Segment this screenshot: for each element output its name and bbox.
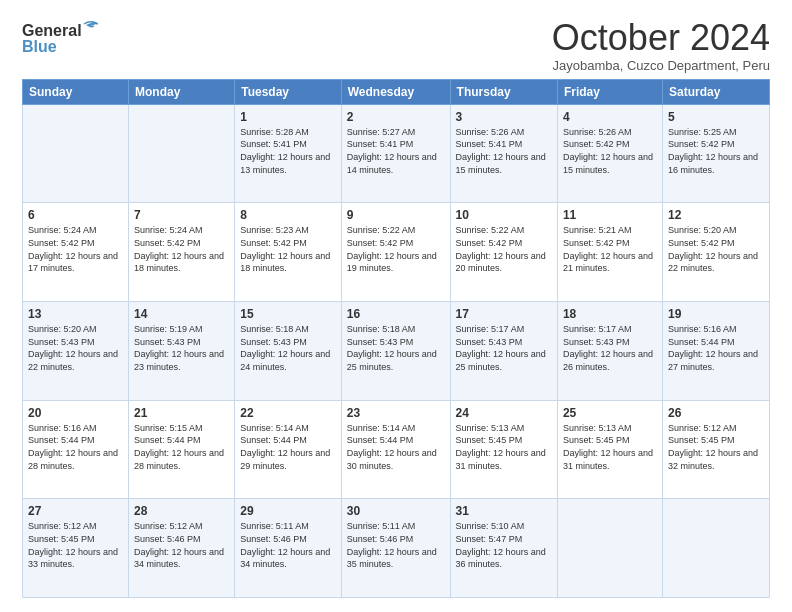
day-number: 14 bbox=[134, 306, 229, 322]
day-info: Sunrise: 5:20 AM Sunset: 5:43 PM Dayligh… bbox=[28, 323, 123, 373]
week-row-5: 27Sunrise: 5:12 AM Sunset: 5:45 PM Dayli… bbox=[23, 499, 770, 598]
calendar-cell: 2Sunrise: 5:27 AM Sunset: 5:41 PM Daylig… bbox=[341, 104, 450, 203]
day-info: Sunrise: 5:25 AM Sunset: 5:42 PM Dayligh… bbox=[668, 126, 764, 176]
week-row-3: 13Sunrise: 5:20 AM Sunset: 5:43 PM Dayli… bbox=[23, 301, 770, 400]
day-number: 9 bbox=[347, 207, 445, 223]
day-number: 29 bbox=[240, 503, 336, 519]
day-number: 17 bbox=[456, 306, 552, 322]
day-info: Sunrise: 5:27 AM Sunset: 5:41 PM Dayligh… bbox=[347, 126, 445, 176]
day-number: 4 bbox=[563, 109, 657, 125]
day-info: Sunrise: 5:19 AM Sunset: 5:43 PM Dayligh… bbox=[134, 323, 229, 373]
logo: General Blue bbox=[22, 18, 112, 60]
calendar-cell: 29Sunrise: 5:11 AM Sunset: 5:46 PM Dayli… bbox=[235, 499, 342, 598]
week-row-4: 20Sunrise: 5:16 AM Sunset: 5:44 PM Dayli… bbox=[23, 400, 770, 499]
day-info: Sunrise: 5:22 AM Sunset: 5:42 PM Dayligh… bbox=[456, 224, 552, 274]
calendar-cell: 25Sunrise: 5:13 AM Sunset: 5:45 PM Dayli… bbox=[557, 400, 662, 499]
day-info: Sunrise: 5:26 AM Sunset: 5:41 PM Dayligh… bbox=[456, 126, 552, 176]
day-info: Sunrise: 5:24 AM Sunset: 5:42 PM Dayligh… bbox=[28, 224, 123, 274]
day-number: 20 bbox=[28, 405, 123, 421]
day-number: 25 bbox=[563, 405, 657, 421]
calendar-cell: 15Sunrise: 5:18 AM Sunset: 5:43 PM Dayli… bbox=[235, 301, 342, 400]
svg-text:Blue: Blue bbox=[22, 38, 57, 55]
calendar-cell: 7Sunrise: 5:24 AM Sunset: 5:42 PM Daylig… bbox=[128, 203, 234, 302]
day-number: 18 bbox=[563, 306, 657, 322]
day-info: Sunrise: 5:18 AM Sunset: 5:43 PM Dayligh… bbox=[240, 323, 336, 373]
location: Jayobamba, Cuzco Department, Peru bbox=[552, 58, 770, 73]
calendar-cell: 11Sunrise: 5:21 AM Sunset: 5:42 PM Dayli… bbox=[557, 203, 662, 302]
day-number: 10 bbox=[456, 207, 552, 223]
day-info: Sunrise: 5:21 AM Sunset: 5:42 PM Dayligh… bbox=[563, 224, 657, 274]
day-info: Sunrise: 5:11 AM Sunset: 5:46 PM Dayligh… bbox=[240, 520, 336, 570]
day-number: 28 bbox=[134, 503, 229, 519]
calendar-cell: 17Sunrise: 5:17 AM Sunset: 5:43 PM Dayli… bbox=[450, 301, 557, 400]
day-header-wednesday: Wednesday bbox=[341, 79, 450, 104]
page: General Blue October 2024 Jayobamba, Cuz… bbox=[0, 0, 792, 612]
calendar-cell: 19Sunrise: 5:16 AM Sunset: 5:44 PM Dayli… bbox=[662, 301, 769, 400]
title-block: October 2024 Jayobamba, Cuzco Department… bbox=[552, 18, 770, 73]
day-number: 15 bbox=[240, 306, 336, 322]
day-number: 5 bbox=[668, 109, 764, 125]
calendar-cell: 24Sunrise: 5:13 AM Sunset: 5:45 PM Dayli… bbox=[450, 400, 557, 499]
calendar-cell: 28Sunrise: 5:12 AM Sunset: 5:46 PM Dayli… bbox=[128, 499, 234, 598]
day-info: Sunrise: 5:13 AM Sunset: 5:45 PM Dayligh… bbox=[456, 422, 552, 472]
day-number: 2 bbox=[347, 109, 445, 125]
day-header-sunday: Sunday bbox=[23, 79, 129, 104]
day-number: 26 bbox=[668, 405, 764, 421]
calendar-cell: 31Sunrise: 5:10 AM Sunset: 5:47 PM Dayli… bbox=[450, 499, 557, 598]
day-info: Sunrise: 5:13 AM Sunset: 5:45 PM Dayligh… bbox=[563, 422, 657, 472]
calendar-cell bbox=[128, 104, 234, 203]
day-header-thursday: Thursday bbox=[450, 79, 557, 104]
week-row-2: 6Sunrise: 5:24 AM Sunset: 5:42 PM Daylig… bbox=[23, 203, 770, 302]
day-info: Sunrise: 5:14 AM Sunset: 5:44 PM Dayligh… bbox=[347, 422, 445, 472]
day-number: 22 bbox=[240, 405, 336, 421]
day-info: Sunrise: 5:17 AM Sunset: 5:43 PM Dayligh… bbox=[456, 323, 552, 373]
calendar-cell: 16Sunrise: 5:18 AM Sunset: 5:43 PM Dayli… bbox=[341, 301, 450, 400]
calendar-cell: 22Sunrise: 5:14 AM Sunset: 5:44 PM Dayli… bbox=[235, 400, 342, 499]
calendar-cell bbox=[23, 104, 129, 203]
calendar-cell: 30Sunrise: 5:11 AM Sunset: 5:46 PM Dayli… bbox=[341, 499, 450, 598]
day-number: 6 bbox=[28, 207, 123, 223]
day-number: 31 bbox=[456, 503, 552, 519]
day-info: Sunrise: 5:12 AM Sunset: 5:45 PM Dayligh… bbox=[28, 520, 123, 570]
day-header-friday: Friday bbox=[557, 79, 662, 104]
calendar-cell: 8Sunrise: 5:23 AM Sunset: 5:42 PM Daylig… bbox=[235, 203, 342, 302]
day-number: 24 bbox=[456, 405, 552, 421]
calendar-cell: 10Sunrise: 5:22 AM Sunset: 5:42 PM Dayli… bbox=[450, 203, 557, 302]
header-row: SundayMondayTuesdayWednesdayThursdayFrid… bbox=[23, 79, 770, 104]
day-info: Sunrise: 5:28 AM Sunset: 5:41 PM Dayligh… bbox=[240, 126, 336, 176]
month-title: October 2024 bbox=[552, 18, 770, 58]
calendar-cell: 27Sunrise: 5:12 AM Sunset: 5:45 PM Dayli… bbox=[23, 499, 129, 598]
calendar-cell: 20Sunrise: 5:16 AM Sunset: 5:44 PM Dayli… bbox=[23, 400, 129, 499]
calendar-cell: 9Sunrise: 5:22 AM Sunset: 5:42 PM Daylig… bbox=[341, 203, 450, 302]
day-info: Sunrise: 5:15 AM Sunset: 5:44 PM Dayligh… bbox=[134, 422, 229, 472]
calendar-cell: 14Sunrise: 5:19 AM Sunset: 5:43 PM Dayli… bbox=[128, 301, 234, 400]
day-info: Sunrise: 5:16 AM Sunset: 5:44 PM Dayligh… bbox=[28, 422, 123, 472]
calendar-cell: 5Sunrise: 5:25 AM Sunset: 5:42 PM Daylig… bbox=[662, 104, 769, 203]
day-number: 30 bbox=[347, 503, 445, 519]
calendar-cell: 1Sunrise: 5:28 AM Sunset: 5:41 PM Daylig… bbox=[235, 104, 342, 203]
day-info: Sunrise: 5:26 AM Sunset: 5:42 PM Dayligh… bbox=[563, 126, 657, 176]
day-info: Sunrise: 5:17 AM Sunset: 5:43 PM Dayligh… bbox=[563, 323, 657, 373]
day-header-monday: Monday bbox=[128, 79, 234, 104]
calendar-cell: 12Sunrise: 5:20 AM Sunset: 5:42 PM Dayli… bbox=[662, 203, 769, 302]
logo-svg: General Blue bbox=[22, 18, 112, 60]
calendar-cell: 23Sunrise: 5:14 AM Sunset: 5:44 PM Dayli… bbox=[341, 400, 450, 499]
day-number: 23 bbox=[347, 405, 445, 421]
day-info: Sunrise: 5:12 AM Sunset: 5:45 PM Dayligh… bbox=[668, 422, 764, 472]
calendar-cell: 21Sunrise: 5:15 AM Sunset: 5:44 PM Dayli… bbox=[128, 400, 234, 499]
day-info: Sunrise: 5:18 AM Sunset: 5:43 PM Dayligh… bbox=[347, 323, 445, 373]
day-number: 3 bbox=[456, 109, 552, 125]
day-info: Sunrise: 5:12 AM Sunset: 5:46 PM Dayligh… bbox=[134, 520, 229, 570]
svg-text:General: General bbox=[22, 22, 82, 39]
calendar-cell: 4Sunrise: 5:26 AM Sunset: 5:42 PM Daylig… bbox=[557, 104, 662, 203]
day-number: 13 bbox=[28, 306, 123, 322]
week-row-1: 1Sunrise: 5:28 AM Sunset: 5:41 PM Daylig… bbox=[23, 104, 770, 203]
calendar-cell bbox=[557, 499, 662, 598]
day-info: Sunrise: 5:22 AM Sunset: 5:42 PM Dayligh… bbox=[347, 224, 445, 274]
day-number: 27 bbox=[28, 503, 123, 519]
day-info: Sunrise: 5:24 AM Sunset: 5:42 PM Dayligh… bbox=[134, 224, 229, 274]
calendar-cell: 13Sunrise: 5:20 AM Sunset: 5:43 PM Dayli… bbox=[23, 301, 129, 400]
calendar-cell: 26Sunrise: 5:12 AM Sunset: 5:45 PM Dayli… bbox=[662, 400, 769, 499]
day-number: 19 bbox=[668, 306, 764, 322]
day-number: 21 bbox=[134, 405, 229, 421]
